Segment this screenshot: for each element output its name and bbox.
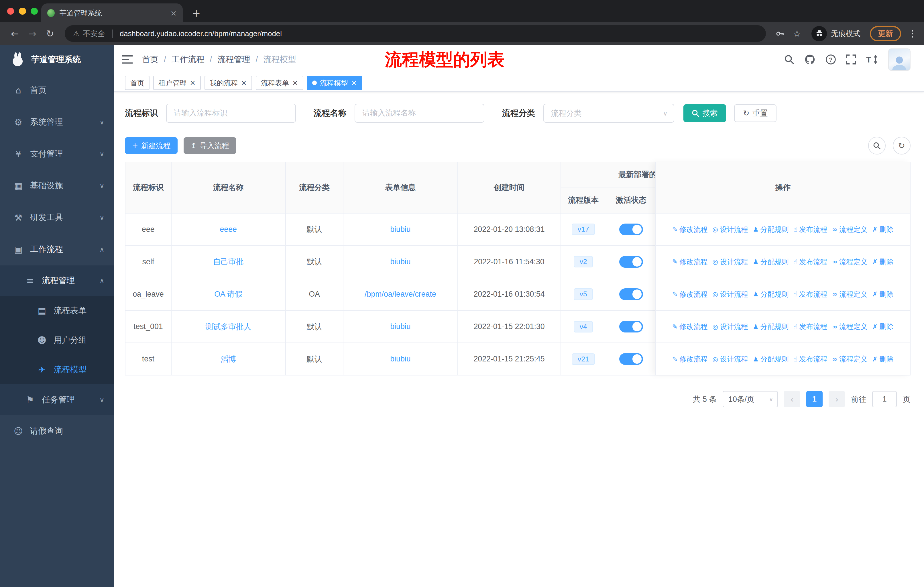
bookmark-star-icon[interactable]: ☆ [793,28,801,39]
close-window-button[interactable] [7,8,14,15]
process-definition-link[interactable]: ∞流程定义 [832,225,868,234]
sidebar-item-home[interactable]: ⌂ 首页 [0,74,114,106]
process-definition-link[interactable]: ∞流程定义 [832,354,868,364]
prev-page-button[interactable]: ‹ [784,391,800,408]
form-info-link[interactable]: biubiu [390,257,411,266]
assign-rule-link[interactable]: ♟分配规则 [753,322,789,331]
back-button[interactable]: ← [7,28,22,39]
modify-process-link[interactable]: ✎修改流程 [672,225,708,234]
new-tab-button[interactable]: + [192,8,201,18]
process-name-link[interactable]: eeee [220,225,237,234]
modify-process-link[interactable]: ✎修改流程 [672,322,708,331]
process-name-link[interactable]: OA 请假 [214,289,242,299]
delete-link[interactable]: ✗删除 [872,289,893,299]
breadcrumb-home[interactable]: 首页 [142,54,159,65]
create-process-button[interactable]: + 新建流程 [125,137,178,154]
form-info-link[interactable]: /bpm/oa/leave/create [365,290,436,299]
close-icon[interactable]: × [241,79,247,86]
version-badge[interactable]: v17 [572,223,595,235]
close-icon[interactable]: × [292,79,298,86]
process-category-select[interactable]: 流程分类 ∨ [543,104,674,123]
assign-rule-link[interactable]: ♟分配规则 [753,225,789,234]
font-size-icon[interactable]: T [866,55,878,64]
maximize-window-button[interactable] [31,8,38,15]
close-icon[interactable]: × [190,79,196,86]
process-name-link[interactable]: 滔博 [221,354,236,364]
publish-process-link[interactable]: ☝发布流程 [794,322,827,331]
process-definition-link[interactable]: ∞流程定义 [832,322,868,331]
url-text[interactable]: dashboard.yudao.iocoder.cn/bpm/manager/m… [120,30,282,38]
sidebar-item-process-form[interactable]: ▤ 流程表单 [0,296,114,326]
publish-process-link[interactable]: ☝发布流程 [794,257,827,266]
toggle-search-button[interactable] [868,137,886,154]
delete-link[interactable]: ✗删除 [872,257,893,266]
minimize-window-button[interactable] [19,8,26,15]
process-id-input[interactable] [166,104,296,123]
version-badge[interactable]: v5 [574,288,593,300]
publish-process-link[interactable]: ☝发布流程 [794,289,827,299]
sidebar-item-process-management[interactable]: ≡ 流程管理 ∧ [0,265,114,296]
reset-button[interactable]: ↻ 重置 [734,104,777,122]
form-info-link[interactable]: biubiu [390,355,411,364]
tag-process-model-active[interactable]: 流程模型 × [307,76,362,90]
activation-toggle[interactable] [619,353,643,365]
delete-link[interactable]: ✗删除 [872,322,893,331]
design-process-link[interactable]: ◎设计流程 [712,257,748,266]
tab-close-icon[interactable]: × [170,8,177,18]
activation-toggle[interactable] [619,256,643,268]
modify-process-link[interactable]: ✎修改流程 [672,354,708,364]
sidebar-item-dev-tools[interactable]: ⚒ 研发工具 ∨ [0,202,114,233]
tag-my-process[interactable]: 我的流程 × [205,76,252,90]
forward-button[interactable]: → [25,28,40,39]
breadcrumb-workflow[interactable]: 工作流程 [171,54,204,65]
page-size-select[interactable]: 10条/页 ∨ [723,391,778,408]
form-info-link[interactable]: biubiu [390,225,411,234]
version-badge[interactable]: v2 [574,256,593,268]
reload-button[interactable]: ↻ [42,28,58,39]
modify-process-link[interactable]: ✎修改流程 [672,257,708,266]
tag-tenant[interactable]: 租户管理 × [153,76,201,90]
assign-rule-link[interactable]: ♟分配规则 [753,257,789,266]
process-definition-link[interactable]: ∞流程定义 [832,289,868,299]
refresh-button[interactable]: ↻ [893,137,911,154]
next-page-button[interactable]: › [828,391,845,408]
search-icon[interactable] [784,55,794,64]
fullscreen-icon[interactable] [846,55,856,64]
goto-page-input[interactable] [872,391,897,408]
sidebar-item-infrastructure[interactable]: ▦ 基础设施 ∨ [0,170,114,202]
process-name-input[interactable] [355,104,484,123]
sidebar-item-payment[interactable]: ¥ 支付管理 ∨ [0,138,114,170]
activation-toggle[interactable] [619,321,643,332]
sidebar-item-leave-query[interactable]: ☺ 请假查询 [0,415,114,447]
tag-process-form[interactable]: 流程表单 × [256,76,304,90]
publish-process-link[interactable]: ☝发布流程 [794,354,827,364]
close-icon[interactable]: × [351,79,357,86]
delete-link[interactable]: ✗删除 [872,354,893,364]
search-button[interactable]: 搜索 [683,104,726,122]
sidebar-item-workflow[interactable]: ▣ 工作流程 ∧ [0,233,114,265]
sidebar-item-system[interactable]: ⚙ 系统管理 ∨ [0,106,114,138]
user-avatar[interactable] [888,48,911,71]
publish-process-link[interactable]: ☝发布流程 [794,225,827,234]
version-badge[interactable]: v21 [572,354,595,365]
github-icon[interactable] [804,54,815,65]
design-process-link[interactable]: ◎设计流程 [712,354,748,364]
activation-toggle[interactable] [619,288,643,300]
process-definition-link[interactable]: ∞流程定义 [832,257,868,266]
design-process-link[interactable]: ◎设计流程 [712,289,748,299]
sidebar-item-user-group[interactable]: ☻ 用户分组 [0,326,114,355]
sidebar-item-task-management[interactable]: ⚑ 任务管理 ∨ [0,384,114,415]
hamburger-icon[interactable] [122,55,133,64]
version-badge[interactable]: v4 [574,321,593,332]
design-process-link[interactable]: ◎设计流程 [712,225,748,234]
process-name-link[interactable]: 自己审批 [213,256,244,267]
process-name-link[interactable]: 测试多审批人 [205,322,251,332]
assign-rule-link[interactable]: ♟分配规则 [753,289,789,299]
delete-link[interactable]: ✗删除 [872,225,893,234]
import-process-button[interactable]: ↥ 导入流程 [183,137,236,154]
form-info-link[interactable]: biubiu [390,322,411,331]
breadcrumb-process-management[interactable]: 流程管理 [218,54,250,65]
browser-tab[interactable]: 芋道管理系统 × [41,3,183,22]
design-process-link[interactable]: ◎设计流程 [712,322,748,331]
tag-home[interactable]: 首页 [125,76,150,90]
